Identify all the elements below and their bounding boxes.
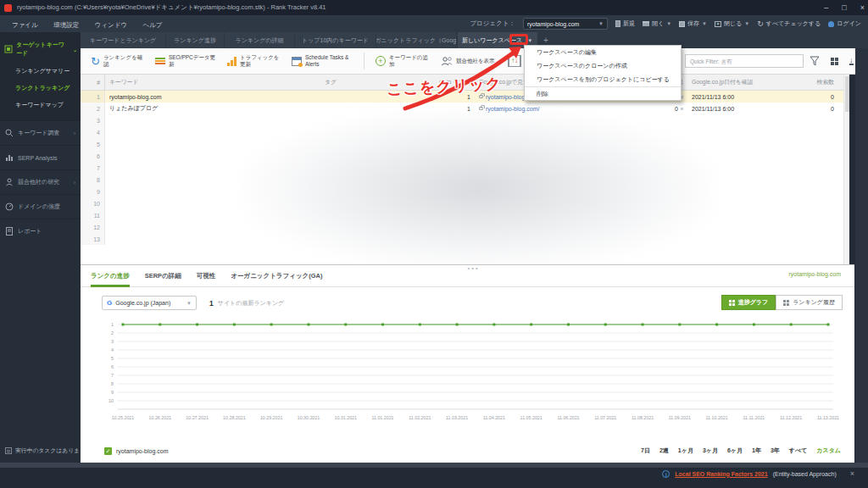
- range-button[interactable]: 7日: [641, 446, 650, 455]
- chevron-down-icon: ▼: [666, 21, 671, 26]
- chevron-down-icon: ▼: [598, 21, 604, 26]
- svg-text:7: 7: [111, 373, 114, 378]
- column-header-check-date[interactable]: Google.co.jp日付を確認: [687, 75, 765, 90]
- google-icon: G: [107, 299, 112, 307]
- menu-preferences[interactable]: 環境設定: [53, 17, 79, 34]
- table-row[interactable]: 8: [81, 174, 849, 186]
- quick-filter-input[interactable]: [685, 54, 804, 68]
- new-document-icon: [615, 20, 620, 27]
- update-traffic-button[interactable]: トラフィックを更新: [227, 54, 281, 68]
- add-keywords-button[interactable]: + キーワードの追加: [376, 54, 430, 68]
- menu-item-clone-workspace[interactable]: ワークスペースのクローンの作成: [525, 59, 681, 73]
- columns-icon[interactable]: [831, 58, 838, 65]
- table-row[interactable]: 13: [81, 233, 849, 245]
- target-keywords-icon: [4, 45, 13, 53]
- sidebar-item-ranking-summary[interactable]: ランキングサマリー: [0, 63, 81, 80]
- tab-keywords-and-rankings[interactable]: キーワードとランキング: [81, 32, 165, 48]
- legend-checkbox[interactable]: ✓: [104, 447, 112, 455]
- sidebar-item-keyword-map[interactable]: キーワードマップ: [0, 97, 81, 114]
- save-project-button[interactable]: 保存▼: [679, 19, 707, 28]
- close-button[interactable]: ×: [860, 0, 865, 15]
- schedule-tasks-button[interactable]: Schedule Tasks & Alerts: [292, 54, 353, 68]
- menu-item-edit-workspace[interactable]: ワークスペースの編集: [525, 46, 681, 59]
- chevron-right-icon: ›: [74, 180, 75, 186]
- refresh-icon: ↻: [757, 19, 764, 28]
- table-row[interactable]: 12: [81, 221, 849, 233]
- running-tasks-status[interactable]: 実行中のタスクはありません: [5, 446, 80, 455]
- toolbar-divider: [364, 53, 364, 69]
- menu-window[interactable]: ウィンドウ: [95, 17, 127, 34]
- range-button[interactable]: カスタム: [816, 446, 841, 455]
- sidebar-item-domain-strength[interactable]: ドメインの強度: [0, 194, 81, 219]
- search-engine-select[interactable]: G Google.co.jp (Japan) ▼: [102, 296, 197, 310]
- menu-item-delete-workspace[interactable]: 削除: [525, 86, 681, 100]
- menu-help[interactable]: ヘルプ: [142, 17, 162, 34]
- column-header-num[interactable]: #: [81, 75, 105, 90]
- table-row[interactable]: 10: [81, 197, 849, 209]
- project-select[interactable]: ryotamipo-blog.com ▼: [523, 18, 608, 30]
- filter-icon[interactable]: [810, 56, 820, 66]
- tab-ranking-progress[interactable]: ランキング進捗: [166, 32, 224, 48]
- table-row[interactable]: 11: [81, 209, 849, 221]
- svg-text:10.29.2021: 10.29.2021: [260, 415, 283, 420]
- table-row[interactable]: 3: [81, 114, 849, 126]
- sidebar-section-target-keywords[interactable]: ターゲットキーワード⌄: [0, 37, 81, 63]
- legend-series-label: ryotamipo-blog.com: [116, 448, 168, 454]
- svg-text:11.07.2021: 11.07.2021: [594, 415, 616, 420]
- table-row[interactable]: 4: [81, 126, 849, 138]
- splitter-handle[interactable]: •••: [468, 264, 480, 272]
- range-button[interactable]: 3ヶ月: [703, 446, 718, 455]
- table-row[interactable]: 5: [81, 138, 849, 150]
- chevron-down-icon: ▼: [186, 301, 192, 306]
- new-project-button[interactable]: 新規: [615, 19, 635, 28]
- panel-tab-visibility[interactable]: 可視性: [197, 265, 216, 287]
- table-row[interactable]: 2りょたみぽブログ1ryotamipo-blog.com/02021/11/13…: [81, 103, 849, 114]
- table-scrollbar[interactable]: [843, 75, 849, 264]
- sidebar-item-serp-analysis[interactable]: SERP Analysis: [0, 145, 81, 169]
- plus-circle-icon: +: [376, 56, 386, 66]
- range-button[interactable]: 3年: [771, 446, 780, 455]
- sidebar-item-reports[interactable]: レポート: [0, 219, 81, 243]
- range-button[interactable]: すべて: [789, 446, 808, 455]
- panel-tab-serp-details[interactable]: SERPの詳細: [145, 265, 181, 287]
- tab-top10-keywords[interactable]: トップ10内のキーワード: [295, 32, 376, 48]
- result-url[interactable]: ryotamipo-blog.com/: [486, 106, 539, 112]
- range-button[interactable]: 1ヶ月: [678, 446, 693, 455]
- svg-text:11.01.2021: 11.01.2021: [371, 415, 393, 420]
- update-seo-ppc-button[interactable]: SEO/PPCデータ更新: [155, 54, 216, 68]
- check-rankings-button[interactable]: ↻ ランキングを確認: [91, 54, 144, 68]
- notice-link[interactable]: Local SEO Ranking Factors 2021: [675, 471, 767, 477]
- close-project-button[interactable]: ×閉じる▼: [715, 19, 749, 28]
- login-button[interactable]: ログイン: [828, 19, 861, 28]
- menu-file[interactable]: ファイル: [12, 17, 38, 34]
- sidebar-item-competitor-research[interactable]: 競合他社の研究›: [0, 169, 81, 194]
- column-header-keyword[interactable]: キーワード: [105, 75, 320, 90]
- notice-close-icon[interactable]: ×: [850, 469, 854, 478]
- progress-graph-button[interactable]: 進捗グラフ: [721, 295, 776, 310]
- panel-tab-organic-traffic[interactable]: オーガニックトラフィック(GA): [231, 265, 322, 287]
- show-competitors-button[interactable]: 競合他社を表示: [441, 56, 497, 66]
- ranking-history-button[interactable]: ランキング履歴: [776, 295, 843, 310]
- maximize-button[interactable]: □: [842, 0, 846, 15]
- sidebar-item-keyword-research[interactable]: キーワード調査›: [0, 120, 81, 145]
- download-icon[interactable]: ↓: [849, 58, 854, 65]
- gauge-icon: [5, 202, 14, 211]
- menu-item-copy-workspace[interactable]: ワークスペースを別のプロジェクトにコピーする: [525, 73, 681, 86]
- sidebar-item-rank-tracking[interactable]: ランクトラッキング: [0, 80, 81, 97]
- latest-ranking-count: 1: [209, 299, 214, 308]
- tab-organic-traffic[interactable]: オーガニックトラフィック（Google A..: [376, 32, 456, 48]
- workspace-menu-chevron-icon[interactable]: ▼: [527, 38, 532, 43]
- table-row[interactable]: 9: [81, 186, 849, 197]
- tab-ranking-details[interactable]: ランキングの詳細: [225, 32, 294, 48]
- check-all-button[interactable]: ↻すべてチェックする: [757, 19, 821, 28]
- table-row[interactable]: 6: [81, 150, 849, 162]
- table-row[interactable]: 7: [81, 162, 849, 174]
- minimize-button[interactable]: –: [824, 0, 828, 15]
- svg-text:10.25.2021: 10.25.2021: [112, 415, 135, 420]
- panel-tab-rank-progress[interactable]: ランクの進捗: [91, 265, 130, 287]
- range-button[interactable]: 1年: [752, 446, 761, 455]
- column-header-searches[interactable]: 検索数: [765, 75, 849, 90]
- open-project-button[interactable]: 開く▼: [643, 19, 671, 28]
- range-button[interactable]: 6ヶ月: [727, 446, 743, 455]
- range-button[interactable]: 2週: [659, 446, 669, 455]
